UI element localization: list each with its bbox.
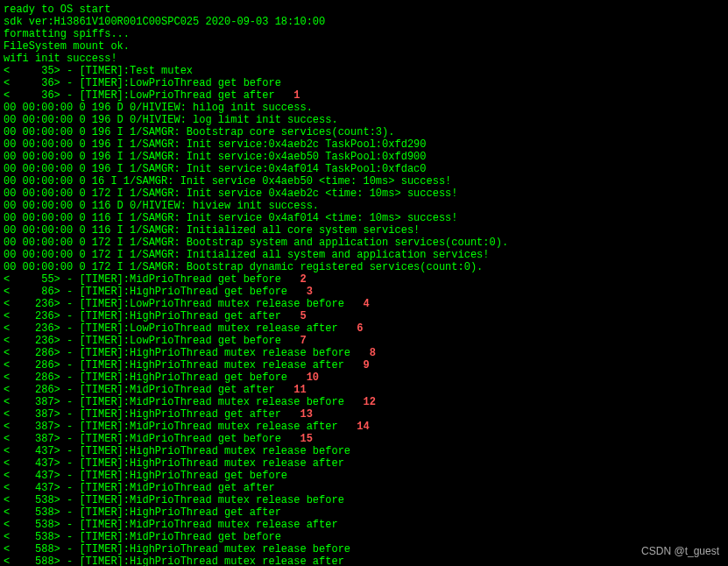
log-line: < 286> - [TIMER]:HighPrioThread mutex re…: [4, 347, 724, 359]
log-line: < 286> - [TIMER]:HighPrioThread mutex re…: [4, 359, 724, 371]
watermark: CSDN @t_guest: [641, 545, 719, 557]
log-line: < 437> - [TIMER]:HighPrioThread mutex re…: [4, 457, 724, 470]
log-line: < 86> - [TIMER]:HighPrioThread get befor…: [4, 286, 724, 298]
annotation-number: 8: [350, 347, 376, 359]
log-line: < 387> - [TIMER]:MidPrioThread get befor…: [4, 433, 724, 445]
annotation-number: 15: [281, 433, 313, 445]
annotation-number: 4: [344, 298, 370, 310]
log-line: < 36> - [TIMER]:LowPrioThread get before: [4, 77, 724, 89]
annotation-number: 3: [287, 286, 313, 298]
log-line: < 35> - [TIMER]:Test mutex: [4, 65, 724, 77]
log-line: < 55> - [TIMER]:MidPrioThread get before…: [4, 273, 724, 286]
log-line: 00 00:00:00 0 172 I 1/SAMGR: Init servic…: [4, 187, 724, 200]
log-line: < 236> - [TIMER]:LowPrioThread mutex rel…: [4, 322, 724, 335]
annotation-number: 14: [338, 421, 370, 433]
annotation-number: 1: [275, 89, 300, 102]
log-line: < 538> - [TIMER]:HighPrioThread get afte…: [4, 506, 724, 519]
log-line: 00 00:00:00 0 172 I 1/SAMGR: Initialized…: [4, 249, 724, 261]
log-line: < 36> - [TIMER]:LowPrioThread get after …: [4, 89, 724, 102]
log-line: 00 00:00:00 0 172 I 1/SAMGR: Bootstrap d…: [4, 261, 724, 273]
log-line: < 387> - [TIMER]:MidPrioThread mutex rel…: [4, 421, 724, 433]
log-line: formatting spiffs...: [4, 28, 724, 40]
annotation-number: 13: [281, 408, 313, 421]
log-line: FileSystem mount ok.: [4, 40, 724, 53]
terminal-output: ready to OS startsdk ver:Hi3861V100R001C…: [4, 4, 724, 566]
log-line: 00 00:00:00 0 172 I 1/SAMGR: Bootstrap s…: [4, 237, 724, 249]
log-line: < 387> - [TIMER]:MidPrioThread mutex rel…: [4, 396, 724, 408]
log-line: 00 00:00:00 0 196 I 1/SAMGR: Init servic…: [4, 151, 724, 163]
log-line: 00 00:00:00 0 116 I 1/SAMGR: Initialized…: [4, 224, 724, 237]
log-line: < 437> - [TIMER]:HighPrioThread get befo…: [4, 470, 724, 482]
log-line: 00 00:00:00 0 196 D 0/HIVIEW: log limit …: [4, 114, 724, 126]
log-line: ready to OS start: [4, 4, 724, 16]
annotation-number: 11: [275, 384, 307, 396]
log-line: < 437> - [TIMER]:MidPrioThread get after: [4, 482, 724, 494]
annotation-number: 5: [281, 310, 307, 322]
log-line: 00 00:00:00 0 196 D 0/HIVIEW: hilog init…: [4, 102, 724, 114]
log-line: < 588> - [TIMER]:HighPrioThread mutex re…: [4, 543, 724, 555]
log-line: < 236> - [TIMER]:HighPrioThread get afte…: [4, 310, 724, 322]
log-line: < 437> - [TIMER]:HighPrioThread mutex re…: [4, 445, 724, 457]
annotation-number: 2: [281, 273, 307, 286]
log-line: 00 00:00:00 0 196 I 1/SAMGR: Init servic…: [4, 138, 724, 151]
log-line: < 286> - [TIMER]:HighPrioThread get befo…: [4, 371, 724, 384]
log-line: 00 00:00:00 0 16 I 1/SAMGR: Init service…: [4, 175, 724, 187]
log-line: 00 00:00:00 0 116 I 1/SAMGR: Init servic…: [4, 212, 724, 224]
log-line: < 286> - [TIMER]:MidPrioThread get after…: [4, 384, 724, 396]
log-line: < 588> - [TIMER]:HighPrioThread mutex re…: [4, 555, 724, 566]
annotation-number: 9: [344, 359, 370, 371]
log-line: < 387> - [TIMER]:HighPrioThread get afte…: [4, 408, 724, 421]
annotation-number: 7: [281, 335, 307, 347]
log-line: wifi init success!: [4, 53, 724, 65]
log-line: 00 00:00:00 0 116 D 0/HIVIEW: hiview ini…: [4, 200, 724, 212]
log-line: sdk ver:Hi3861V100R001C00SPC025 2020-09-…: [4, 16, 724, 28]
log-line: < 236> - [TIMER]:LowPrioThread mutex rel…: [4, 298, 724, 310]
log-line: < 538> - [TIMER]:MidPrioThread mutex rel…: [4, 519, 724, 531]
log-line: 00 00:00:00 0 196 I 1/SAMGR: Bootstrap c…: [4, 126, 724, 138]
log-line: < 538> - [TIMER]:MidPrioThread get befor…: [4, 531, 724, 543]
annotation-number: 10: [287, 371, 319, 384]
log-line: < 538> - [TIMER]:MidPrioThread mutex rel…: [4, 494, 724, 506]
log-line: < 236> - [TIMER]:LowPrioThread get befor…: [4, 335, 724, 347]
annotation-number: 6: [338, 322, 364, 335]
annotation-number: 12: [344, 396, 376, 408]
log-line: 00 00:00:00 0 196 I 1/SAMGR: Init servic…: [4, 163, 724, 175]
